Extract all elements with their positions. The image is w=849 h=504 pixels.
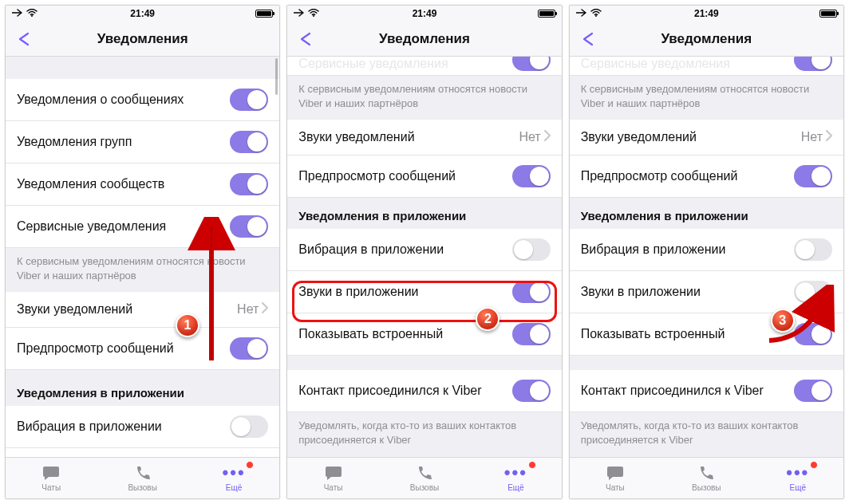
row-label: Предпросмотр сообщений — [298, 169, 511, 183]
back-button[interactable] — [575, 22, 603, 56]
row-notification-sounds[interactable]: Звуки уведомлений Нет — [6, 292, 279, 328]
tab-bar: Чаты Вызовы ••• Ещё — [570, 457, 843, 498]
toggle-in-app-vibration[interactable] — [230, 415, 268, 438]
row-label: Контакт присоединился к Viber — [581, 384, 794, 398]
row-label: Звуки уведомлений — [581, 130, 801, 144]
chat-icon — [41, 464, 61, 482]
toggle-in-app-vibration[interactable] — [512, 238, 551, 261]
row-label: Контакт присоединился к Viber — [298, 384, 511, 398]
row-label: Показывать встроенный — [298, 327, 511, 341]
row-contact-joined[interactable]: Контакт присоединился к Viber — [287, 370, 561, 412]
row-in-app-sounds[interactable]: Звуки в приложении — [287, 271, 561, 313]
toggle-group-notifications[interactable] — [230, 131, 268, 153]
tab-calls[interactable]: Вызовы — [379, 458, 470, 498]
svg-point-2 — [595, 15, 597, 17]
toggle-contact-joined[interactable] — [794, 380, 832, 402]
wifi-icon — [26, 8, 38, 19]
tab-label: Чаты — [606, 483, 625, 492]
row-value: Нет — [237, 302, 259, 317]
chevron-right-icon — [262, 302, 268, 317]
notification-dot — [810, 461, 818, 469]
row-partial-bottom: x — [6, 448, 279, 457]
back-button[interactable] — [10, 22, 39, 56]
row-group-notifications[interactable]: Уведомления групп — [6, 121, 279, 163]
tab-label: Вызовы — [692, 483, 721, 492]
chat-icon — [606, 464, 625, 482]
tab-calls[interactable]: Вызовы — [97, 458, 188, 498]
toggle-builtin-banner[interactable] — [794, 323, 832, 345]
row-label: Вибрация в приложении — [298, 242, 511, 257]
row-show-builtin-banner[interactable]: Показывать встроенный — [287, 313, 561, 356]
tab-chats[interactable]: Чаты — [6, 458, 97, 498]
tab-label: Ещё — [226, 483, 242, 492]
toggle-message-preview[interactable] — [794, 165, 832, 187]
toggle-service-notifications[interactable] — [230, 215, 268, 238]
more-icon: ••• — [223, 464, 246, 482]
back-button[interactable] — [292, 22, 321, 56]
tab-label: Ещё — [507, 483, 523, 492]
row-label: Предпросмотр сообщений — [17, 341, 230, 356]
row-notification-sounds[interactable]: Звуки уведомлений Нет — [287, 120, 561, 156]
contact-joined-note: Уведомлять, когда кто-то из ваших контак… — [287, 412, 561, 456]
toggle-in-app-sounds[interactable] — [512, 281, 551, 303]
svg-point-0 — [31, 15, 33, 17]
screen-3: 21:49 Уведомления Сервисные уведомления … — [569, 5, 844, 499]
tab-calls[interactable]: Вызовы — [661, 458, 752, 498]
tab-label: Вызовы — [410, 483, 439, 492]
more-icon: ••• — [504, 464, 527, 482]
toggle-in-app-sounds-off[interactable] — [794, 281, 832, 303]
row-label: Вибрация в приложении — [581, 242, 794, 257]
chat-icon — [324, 464, 343, 482]
toggle-in-app-vibration[interactable] — [794, 238, 832, 261]
row-label: Звуки уведомлений — [298, 130, 519, 144]
row-label: Уведомления групп — [17, 135, 230, 149]
section-in-app: Уведомления в приложении — [287, 198, 561, 229]
row-value: Нет — [801, 130, 823, 144]
toggle-partial-top[interactable] — [512, 57, 551, 71]
row-in-app-vibration[interactable]: Вибрация в приложении — [570, 229, 843, 271]
row-notification-sounds[interactable]: Звуки уведомлений Нет — [570, 120, 843, 156]
row-message-preview[interactable]: Предпросмотр сообщений — [287, 156, 561, 198]
battery-icon — [255, 10, 273, 18]
row-label: Звуки в приложении — [581, 285, 794, 299]
toggle-partial-top[interactable] — [794, 57, 832, 71]
status-bar: 21:49 — [6, 6, 279, 22]
notification-dot — [528, 461, 536, 469]
toggle-message-preview[interactable] — [512, 165, 551, 187]
row-in-app-sounds[interactable]: Звуки в приложении — [570, 271, 843, 313]
toggle-community-notifications[interactable] — [230, 173, 268, 195]
airplane-mode-icon — [576, 8, 587, 20]
phone-icon — [697, 464, 716, 482]
toggle-builtin-banner[interactable] — [512, 323, 551, 345]
service-note: К сервисным уведомлениям относятся новос… — [287, 76, 561, 120]
row-community-notifications[interactable]: Уведомления сообществ — [6, 163, 279, 206]
settings-list: Сервисные уведомления К сервисным уведом… — [570, 57, 843, 457]
row-service-notifications[interactable]: Сервисные уведомления — [6, 206, 279, 248]
tab-label: Вызовы — [128, 483, 156, 492]
scrollbar-indicator — [275, 58, 278, 95]
row-in-app-vibration[interactable]: Вибрация в приложении — [6, 406, 279, 448]
airplane-mode-icon — [294, 8, 305, 20]
tab-more[interactable]: ••• Ещё — [188, 458, 279, 498]
tab-chats[interactable]: Чаты — [570, 458, 661, 498]
tab-bar: Чаты Вызовы ••• Ещё — [6, 457, 279, 498]
toggle-message-notifications[interactable] — [230, 89, 268, 111]
row-show-builtin-banner[interactable]: Показывать встроенный — [570, 313, 843, 356]
nav-bar: Уведомления — [6, 22, 279, 57]
toggle-contact-joined[interactable] — [512, 380, 551, 402]
toggle-message-preview[interactable] — [230, 337, 268, 360]
status-time: 21:49 — [287, 8, 561, 19]
notification-dot — [246, 461, 254, 469]
row-message-notifications[interactable]: Уведомления о сообщениях — [6, 79, 279, 121]
row-message-preview[interactable]: Предпросмотр сообщений — [6, 328, 279, 370]
row-contact-joined[interactable]: Контакт присоединился к Viber — [570, 370, 843, 412]
row-label: Сервисные уведомления — [17, 219, 230, 234]
tab-more[interactable]: ••• Ещё — [752, 458, 843, 498]
screen-1: 21:49 Уведомления Уведомления о сообщени… — [5, 5, 280, 499]
status-bar: 21:49 — [287, 6, 561, 22]
row-in-app-vibration[interactable]: Вибрация в приложении — [287, 229, 561, 271]
page-title: Уведомления — [6, 31, 279, 47]
tab-more[interactable]: ••• Ещё — [470, 458, 561, 498]
row-message-preview[interactable]: Предпросмотр сообщений — [570, 156, 843, 198]
tab-chats[interactable]: Чаты — [287, 458, 378, 498]
